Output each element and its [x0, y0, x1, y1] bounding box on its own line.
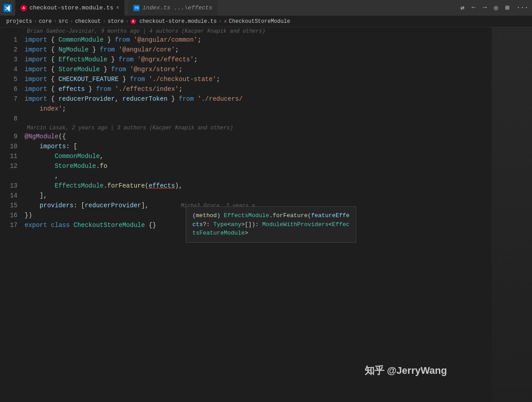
breadcrumb-symbol-icon: ⚡ [224, 18, 227, 25]
blame-line-1: Brian Gamboc-Javiniar, 9 months ago | 4 … [0, 27, 492, 35]
breadcrumb: projects › core › src › checkout › store… [0, 16, 532, 27]
code-line-4: 4 import { StoreModule } from '@ngrx/sto… [0, 65, 492, 75]
code-line-7: 7 import { reducerProvider, reducerToken… [0, 94, 492, 104]
title-bar: A checkout-store.module.ts × TS index.ts… [0, 0, 532, 16]
close-icon[interactable]: × [116, 5, 119, 11]
breadcrumb-projects[interactable]: projects [6, 18, 32, 25]
breadcrumb-angular-icon: A [131, 19, 136, 24]
arrow-left-icon[interactable]: ← [472, 4, 476, 12]
code-line-11: 11 CommonModule, [0, 152, 492, 162]
ts-icon: TS [133, 5, 140, 11]
tab-index[interactable]: TS index.ts ...\effects [128, 0, 217, 16]
code-line-5: 5 import { CHECKOUT_FEATURE } from './ch… [0, 75, 492, 85]
arrow-right-icon[interactable]: → [483, 4, 487, 12]
code-line-3: 3 import { EffectsModule } from '@ngrx/e… [0, 55, 492, 65]
code-line-7b: index'; [0, 104, 492, 114]
editor-main: Brian Gamboc-Javiniar, 9 months ago | 4 … [0, 27, 492, 402]
code-line-14: 14 ], [0, 191, 492, 201]
code-line-12b: , [0, 171, 492, 181]
code-line-1: 1 import { CommonModule } from '@angular… [0, 35, 492, 45]
vscode-logo [4, 4, 12, 12]
minimap-content [492, 27, 532, 402]
tooltip-popup: (method) EffectsModule.forFeature(featur… [186, 206, 356, 243]
tab-checkout-store[interactable]: A checkout-store.module.ts × [15, 0, 124, 16]
minimap [492, 27, 532, 402]
angular-icon: A [21, 5, 27, 11]
breadcrumb-src[interactable]: src [59, 18, 68, 25]
code-line-9: 9 @NgModule({ [0, 132, 492, 142]
more-icon[interactable]: ··· [516, 4, 528, 12]
breadcrumb-core[interactable]: core [39, 18, 52, 25]
breadcrumb-file[interactable]: checkout-store.module.ts [140, 18, 217, 25]
breadcrumb-checkout[interactable]: checkout [75, 18, 101, 25]
code-line-12: 12 StoreModule.fo [0, 162, 492, 171]
code-line-6: 6 import { effects } from './effects/ind… [0, 85, 492, 94]
tab-label: index.ts ...\effects [142, 4, 212, 11]
code-line-13: 13 EffectsModule.forFeature(effects), [0, 181, 492, 191]
toolbar-right: ⇄ ← → ◎ ⊞ ··· [460, 4, 528, 12]
code-line-10: 10 imports: [ [0, 142, 492, 152]
breadcrumb-store[interactable]: store [107, 18, 123, 25]
editor-area: Brian Gamboc-Javiniar, 9 months ago | 4 … [0, 27, 532, 402]
breadcrumb-symbol[interactable]: CheckoutStoreModule [229, 18, 290, 25]
tab-label: checkout-store.module.ts [30, 4, 113, 11]
circle-icon[interactable]: ◎ [494, 4, 498, 12]
split-editor-icon[interactable]: ⊞ [505, 4, 509, 12]
git-compare-icon[interactable]: ⇄ [460, 4, 464, 12]
code-line-8: 8 [0, 114, 492, 124]
blame-line-9: Marcin Lasak, 2 years ago | 3 authors (K… [0, 124, 492, 132]
code-line-2: 2 import { NgModule } from '@angular/cor… [0, 45, 492, 55]
watermark: 知乎 @JerryWang [365, 364, 447, 377]
